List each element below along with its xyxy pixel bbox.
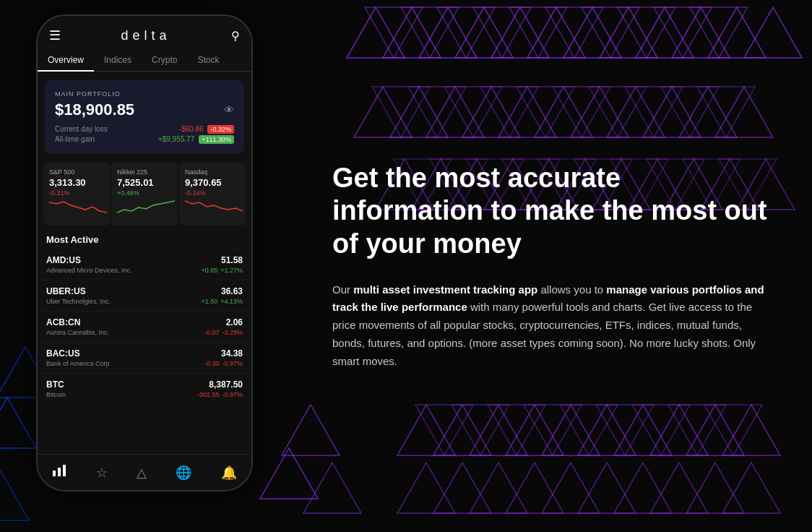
- body-mid1: allows you to: [537, 283, 606, 296]
- stock-row-bac[interactable]: BAC:US Bank of America Corp 34.38 -0.30 …: [38, 343, 251, 374]
- portfolio-stats: Current day loss -$60.86 -0.32% All-time…: [55, 125, 234, 144]
- portfolio-card: MAIN PORTFOLIO $18,900.85 👁︎ Current day…: [45, 80, 244, 154]
- uber-ticker: UBER:US: [46, 286, 111, 296]
- btc-name: Bitcoin: [46, 391, 66, 398]
- body-intro: Our: [332, 283, 353, 296]
- most-active-title: Most Active: [38, 226, 251, 249]
- current-day-abs: -$60.86: [179, 125, 204, 134]
- svg-rect-102: [63, 465, 66, 476]
- nav-alerts-icon[interactable]: △: [137, 465, 147, 481]
- tab-overview[interactable]: Overview: [38, 49, 94, 71]
- body-bold1: multi asset investment tracking app: [353, 283, 537, 296]
- acb-price: 2.06: [204, 317, 243, 327]
- amd-changes: +0.65 +1.27%: [201, 267, 243, 274]
- stock-left-btc: BTC Bitcoin: [46, 379, 66, 398]
- tab-crypto[interactable]: Crypto: [142, 49, 187, 71]
- stock-row-uber[interactable]: UBER:US Uber Technolgies, Inc. 36.63 +1.…: [38, 280, 251, 312]
- nav-notifications-icon[interactable]: 🔔: [221, 465, 237, 481]
- stock-row-amd[interactable]: AMD:US Advanced Micro Devices, Inc. 51.5…: [38, 249, 251, 280]
- alltime-gain-pct: +111.30%: [199, 135, 234, 144]
- uber-changes: +1.50 +4.13%: [201, 298, 243, 305]
- stock-left-amd: AMD:US Advanced Micro Devices, Inc.: [46, 255, 132, 274]
- bac-price: 34.38: [204, 348, 243, 359]
- alltime-gain-label: All-time gain: [55, 135, 95, 144]
- alltime-gain-stat: All-time gain +$9,955.77 +111.30%: [55, 135, 234, 144]
- menu-icon[interactable]: ☰: [49, 27, 61, 43]
- nasdaq-chart: [185, 197, 243, 217]
- stock-right-btc: 8,387.50 -302.55 -0.97%: [197, 379, 243, 398]
- portfolio-value-row: $18,900.85 👁︎: [55, 100, 234, 119]
- nikkei-value: 7,525.01: [117, 177, 172, 188]
- acb-changes: -0.07 -3.29%: [204, 329, 243, 336]
- stock-left-acb: ACB:CN Aurora Cannabis, Inc.: [46, 317, 109, 336]
- bac-pct: -0.97%: [222, 360, 243, 367]
- uber-pct: +4.13%: [220, 298, 243, 305]
- stock-left-uber: UBER:US Uber Technolgies, Inc.: [46, 286, 111, 305]
- amd-name: Advanced Micro Devices, Inc.: [46, 267, 132, 274]
- btc-abs: -302.55: [197, 391, 220, 398]
- uber-price: 36.63: [201, 286, 243, 296]
- amd-abs: +0.65: [201, 267, 217, 274]
- stock-row-acb[interactable]: ACB:CN Aurora Cannabis, Inc. 2.06 -0.07 …: [38, 312, 251, 343]
- amd-price: 51.58: [201, 255, 243, 265]
- phone-frame: ☰ delta ⚲ Overview Indices Crypto Stock …: [36, 14, 253, 492]
- phone-mockup: ☰ delta ⚲ Overview Indices Crypto Stock …: [36, 14, 260, 506]
- sp500-value: 3,313.30: [49, 177, 104, 188]
- eye-icon[interactable]: 👁︎: [224, 104, 234, 116]
- app-logo: delta: [121, 28, 170, 43]
- headline-text: Get the most accurate information to mak…: [332, 163, 767, 259]
- acb-ticker: ACB:CN: [46, 317, 109, 327]
- alltime-gain-abs: +$9,955.77: [158, 135, 194, 144]
- indices-row: S&P 500 3,313.30 -0.31% Nikkei 225 7,525…: [38, 163, 251, 226]
- stock-left-bac: BAC:US Bank of America Corp: [46, 348, 110, 367]
- nav-news-icon[interactable]: 🌐: [176, 465, 191, 481]
- nasdaq-change: -0.14%: [185, 189, 240, 197]
- index-nasdaq[interactable]: Nasdaq 9,370.65 -0.14%: [179, 163, 246, 226]
- nav-portfolio-icon[interactable]: [52, 463, 66, 481]
- nav-watchlist-icon[interactable]: ☆: [96, 465, 108, 481]
- portfolio-value: $18,900.85: [55, 100, 134, 119]
- uber-name: Uber Technolgies, Inc.: [46, 298, 111, 305]
- tab-indices[interactable]: Indices: [94, 49, 142, 71]
- index-nikkei[interactable]: Nikkei 225 7,525.01 +0.46%: [111, 163, 178, 226]
- alltime-gain-values: +$9,955.77 +111.30%: [158, 135, 234, 144]
- svg-rect-101: [58, 468, 61, 476]
- stock-right-bac: 34.38 -0.30 -0.97%: [204, 348, 243, 367]
- bac-changes: -0.30 -0.97%: [204, 360, 243, 367]
- btc-changes: -302.55 -0.97%: [197, 391, 243, 398]
- svg-marker-94: [0, 398, 36, 448]
- tab-stock[interactable]: Stock: [187, 49, 229, 71]
- bac-name: Bank of America Corp: [46, 360, 110, 367]
- stock-right-acb: 2.06 -0.07 -3.29%: [204, 317, 243, 336]
- acb-name: Aurora Cannabis, Inc.: [46, 329, 109, 336]
- sp500-change: -0.31%: [49, 189, 104, 197]
- amd-pct: +1.27%: [220, 267, 243, 274]
- acb-abs: -0.07: [204, 329, 220, 336]
- btc-pct: -0.97%: [222, 391, 243, 398]
- phone-tabs: Overview Indices Crypto Stock: [38, 49, 251, 72]
- sp500-chart: [49, 197, 107, 217]
- current-day-pct: -0.32%: [207, 125, 234, 134]
- phone-screen: ☰ delta ⚲ Overview Indices Crypto Stock …: [38, 16, 251, 490]
- index-sp500[interactable]: S&P 500 3,313.30 -0.31%: [43, 163, 110, 226]
- search-icon[interactable]: ⚲: [231, 29, 240, 43]
- svg-marker-96: [0, 470, 29, 520]
- btc-ticker: BTC: [46, 379, 66, 390]
- stock-right-amd: 51.58 +0.65 +1.27%: [201, 255, 243, 274]
- nasdaq-value: 9,370.65: [185, 177, 240, 188]
- stock-row-btc[interactable]: BTC Bitcoin 8,387.50 -302.55 -0.97%: [38, 374, 251, 405]
- right-content: Get the most accurate information to mak…: [303, 0, 812, 532]
- current-day-label: Current day loss: [55, 125, 108, 134]
- nikkei-name: Nikkei 225: [117, 168, 172, 176]
- svg-rect-100: [53, 471, 56, 476]
- headline: Get the most accurate information to mak…: [332, 162, 776, 261]
- uber-abs: +1.50: [201, 298, 217, 305]
- sp500-name: S&P 500: [49, 168, 104, 176]
- amd-ticker: AMD:US: [46, 255, 132, 265]
- stock-right-uber: 36.63 +1.50 +4.13%: [201, 286, 243, 305]
- nikkei-change: +0.46%: [117, 189, 172, 197]
- bac-abs: -0.30: [204, 360, 220, 367]
- portfolio-label: MAIN PORTFOLIO: [55, 90, 234, 98]
- acb-pct: -3.29%: [222, 329, 243, 336]
- btc-price: 8,387.50: [197, 379, 243, 390]
